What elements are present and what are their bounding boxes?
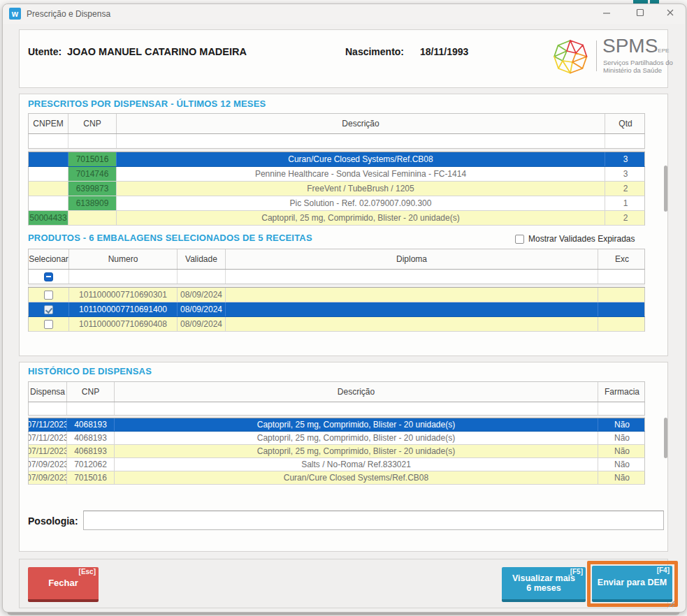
cell-numero: 1011000007710691400: [69, 302, 178, 316]
table-row[interactable]: 1011000007710690408 08/09/2024: [28, 317, 645, 332]
nascimento-label: Nascimento:: [345, 46, 404, 57]
cell-descricao: Salts / No-Roma/ Ref.833021: [115, 458, 598, 471]
column-header-selecionar[interactable]: Selecionar: [29, 249, 69, 269]
nascimento-value: 18/11/1993: [420, 46, 468, 57]
cell-farmacia: Não: [598, 458, 646, 471]
cell-qtd: 3: [605, 152, 646, 166]
visualizar-label-line2: 6 meses: [526, 583, 561, 593]
cell-descricao: Captopril, 25 mg, Comprimido, Blister - …: [115, 432, 598, 444]
cell-descricao: Captopril, 25 mg, Comprimido, Blister - …: [117, 211, 605, 225]
enviar-para-dem-button[interactable]: [F4] Enviar para DEM: [592, 566, 672, 602]
cell-qtd: 1: [605, 196, 646, 210]
filter-cell[interactable]: [226, 270, 598, 284]
column-header-descricao[interactable]: Descrição: [117, 114, 605, 133]
column-header-descricao[interactable]: Descrição: [115, 382, 598, 402]
column-header-exc[interactable]: Exc: [598, 249, 646, 269]
visualizar-shortcut: [F5]: [570, 568, 583, 576]
cell-cnp: 6399873: [68, 182, 117, 196]
column-header-qtd[interactable]: Qtd: [605, 114, 646, 133]
column-header-dispensa[interactable]: Dispensa: [29, 382, 67, 402]
cell-numero: 1011000007710690408: [69, 317, 178, 331]
table-row[interactable]: 07/09/2023 7015016 Curan/Cure Closed Sys…: [28, 471, 645, 485]
spms-logo-icon: [553, 39, 588, 74]
column-header-diploma[interactable]: Diploma: [226, 249, 598, 269]
filter-cell[interactable]: [115, 402, 598, 415]
cell-cnp: 4068193: [67, 432, 115, 444]
filter-cell[interactable]: [605, 134, 646, 148]
filter-cell[interactable]: [67, 402, 115, 415]
cell-validade: 08/09/2024: [178, 317, 226, 331]
scrollbar[interactable]: [664, 418, 667, 458]
cell-descricao: Captopril, 25 mg, Comprimido, Blister - …: [115, 445, 598, 457]
cell-validade: 08/09/2024: [178, 288, 226, 302]
maximize-icon: [636, 8, 644, 17]
column-header-cnp[interactable]: CNP: [67, 382, 115, 402]
cell-cnpem: [29, 196, 68, 210]
visualizar-mais-button[interactable]: [F5] Visualizar mais 6 meses: [502, 567, 586, 602]
table-row[interactable]: 7015016 Curan/Cure Closed Systems/Ref.CB…: [28, 152, 645, 167]
column-header-cnpem[interactable]: CNPEM: [29, 114, 68, 133]
show-expired-checkbox[interactable]: [515, 235, 524, 244]
cell-cnpem: 50004433: [29, 211, 68, 225]
row-checkbox[interactable]: [44, 320, 53, 329]
cell-cnp: 4068193: [67, 418, 115, 431]
table-row[interactable]: 1011000007710690301 08/09/2024: [28, 288, 645, 302]
filter-cell[interactable]: [598, 402, 646, 415]
scrollbar[interactable]: [664, 166, 667, 212]
filter-cell[interactable]: [598, 270, 646, 284]
spms-brand: SPMSEPE: [602, 35, 669, 57]
close-button[interactable]: [660, 6, 681, 20]
show-expired-label: Mostrar Validades Expiradas: [528, 234, 635, 244]
column-header-farmacia[interactable]: Farmacia: [598, 382, 646, 402]
window-title: Prescrição e Dispensa: [27, 9, 110, 19]
table-row[interactable]: 07/11/2023 4068193 Captopril, 25 mg, Com…: [28, 418, 645, 432]
table-row[interactable]: 6399873 FreeVent / TubeBrush / 1205 2: [28, 182, 645, 196]
show-expired-toggle[interactable]: Mostrar Validades Expiradas: [515, 234, 635, 244]
posologia-input[interactable]: [83, 511, 664, 530]
table-row[interactable]: 1011000007710691400 08/09/2024: [28, 302, 645, 317]
maximize-button[interactable]: [630, 6, 651, 20]
cell-farmacia: Não: [598, 432, 646, 444]
close-icon: [666, 8, 674, 17]
historico-filter-row: [28, 402, 645, 416]
cell-numero: 1011000007710690301: [69, 288, 178, 302]
cell-cnpem: [29, 182, 68, 196]
visualizar-label-line1: Visualizar mais: [512, 573, 575, 583]
filter-cell[interactable]: [178, 270, 226, 284]
screen: w Prescrição e Dispensa Utente: JOAO MAN…: [0, 0, 687, 616]
cell-dispensa: 07/11/2023: [29, 445, 67, 457]
table-row[interactable]: 07/11/2023 4068193 Captopril, 25 mg, Com…: [28, 432, 645, 445]
select-all-checkbox[interactable]: [44, 272, 53, 281]
filter-cell[interactable]: [68, 134, 117, 148]
historico-title: HISTÓRICO DE DISPENSAS: [28, 366, 152, 376]
filter-cell[interactable]: [69, 270, 178, 284]
column-header-validade[interactable]: Validade: [178, 249, 226, 269]
table-row[interactable]: 6138909 Pic Solution - Ref. 02.079007.09…: [28, 196, 645, 211]
table-row[interactable]: 7014746 Pennine Healthcare - Sonda Vesic…: [28, 167, 645, 182]
row-checkbox[interactable]: [44, 305, 53, 314]
prescritos-filter-row: [28, 134, 645, 149]
minimize-button[interactable]: [596, 6, 617, 20]
cell-cnp: 7015016: [68, 152, 117, 166]
table-row[interactable]: 07/09/2023 7012062 Salts / No-Roma/ Ref.…: [28, 458, 645, 471]
fechar-button[interactable]: [Esc] Fechar: [28, 567, 99, 602]
produtos-title: PRODUTOS - 6 EMBALAGENS SELECIONADOS DE …: [28, 233, 312, 243]
spms-epe: EPE: [658, 47, 669, 54]
cell-descricao: Pennine Healthcare - Sonda Vesical Femin…: [117, 167, 605, 181]
filter-cell[interactable]: [117, 134, 605, 148]
column-header-cnp[interactable]: CNP: [68, 114, 117, 133]
column-header-numero[interactable]: Numero: [69, 249, 178, 269]
filter-cell[interactable]: [29, 402, 67, 415]
cell-farmacia: Não: [598, 418, 646, 431]
filter-cell[interactable]: [29, 134, 68, 148]
table-row[interactable]: 07/11/2023 4068193 Captopril, 25 mg, Com…: [28, 445, 645, 458]
row-checkbox[interactable]: [44, 291, 53, 300]
enviar-label: Enviar para DEM: [598, 578, 667, 587]
cell-farmacia: Não: [598, 471, 646, 484]
resize-grip[interactable]: [666, 599, 676, 608]
cell-dispensa: 07/11/2023: [29, 432, 67, 444]
produtos-filter-row: [28, 270, 645, 284]
table-row[interactable]: 50004433 Captopril, 25 mg, Comprimido, B…: [28, 211, 645, 226]
prescritos-title: PRESCRITOS POR DISPENSAR - ÚLTIMOS 12 ME…: [28, 98, 266, 109]
cell-diploma: [226, 317, 598, 331]
